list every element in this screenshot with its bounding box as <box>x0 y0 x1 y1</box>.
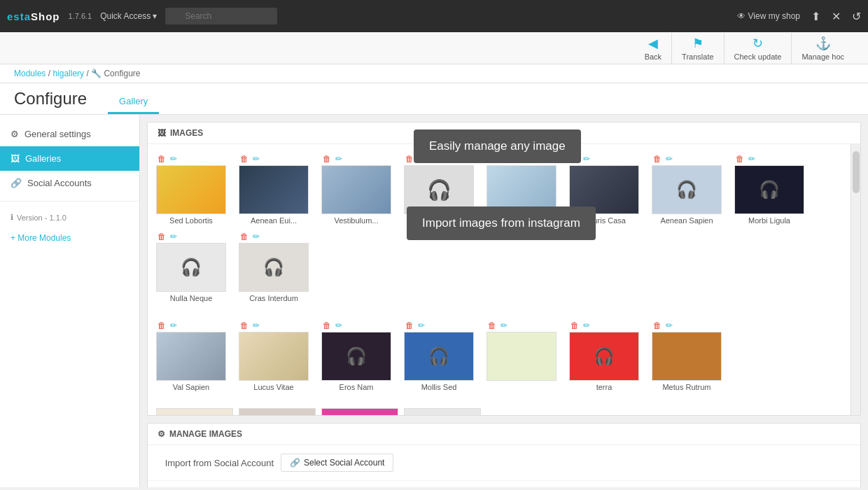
delete-icon[interactable]: 🗑 <box>653 321 662 330</box>
delete-icon[interactable]: 🗑 <box>488 154 496 164</box>
list-item: 🗑 ✏ Metus Rutrum <box>652 319 729 391</box>
select-social-account-button[interactable]: 🔗 Select Social Account <box>281 454 393 472</box>
sidebar-item-general-settings[interactable]: ⚙ General settings <box>0 122 139 146</box>
delete-icon[interactable]: 🗑 <box>405 321 414 330</box>
edit-icon[interactable]: ✏ <box>748 154 755 164</box>
image-thumbnail <box>652 332 722 381</box>
image-caption-label: Cras Interdum <box>239 294 309 302</box>
delete-icon[interactable]: 🗑 <box>323 154 331 164</box>
sidebar-item-galleries[interactable]: 🖼 Galleries <box>0 146 139 171</box>
edit-icon[interactable]: ✏ <box>583 321 590 330</box>
edit-icon[interactable]: ✏ <box>418 154 425 164</box>
page-title: Configure <box>14 89 87 114</box>
delete-icon[interactable]: 🗑 <box>158 232 166 241</box>
sidebar-divider <box>0 201 139 202</box>
list-item <box>321 408 398 415</box>
manage-images-header: ⚙ MANAGE IMAGES <box>148 424 860 445</box>
edit-icon[interactable]: ✏ <box>253 232 260 241</box>
image-caption-label: Aenean Eui... <box>239 216 309 225</box>
edit-icon[interactable]: ✏ <box>253 321 260 330</box>
delete-icon[interactable]: 🗑 <box>570 321 579 330</box>
edit-icon[interactable]: ✏ <box>666 321 673 330</box>
images-rows: 🗑 ✏ Sed Lobortis 🗑 ✏ <box>148 144 850 415</box>
image-caption-label: Lucus Vitae <box>239 383 309 391</box>
image-caption-label: Interdum T... <box>404 216 474 225</box>
view-my-shop-button[interactable]: 👁 View my shop <box>737 11 800 21</box>
info-icon: ℹ <box>10 213 13 222</box>
main-layout: ⚙ General settings 🖼 Galleries 🔗 Social … <box>0 115 868 487</box>
breadcrumb-configure: 🔧 Configure <box>91 69 140 78</box>
edit-icon[interactable]: ✏ <box>335 321 342 330</box>
search-input[interactable] <box>165 8 277 24</box>
edit-icon[interactable]: ✏ <box>583 154 590 164</box>
delete-icon[interactable]: 🗑 <box>240 321 248 330</box>
image-thumbnail: 🎧 <box>652 165 722 214</box>
quick-access-button[interactable]: Quick Access ▾ <box>100 11 157 21</box>
images-grid-row1: 🗑 ✏ Sed Lobortis 🗑 ✏ <box>148 144 850 311</box>
sidebar-item-social-accounts[interactable]: 🔗 Social Accounts <box>0 171 139 195</box>
list-item <box>156 408 233 415</box>
manage-hoc-button[interactable]: ⚓ Manage hoc <box>792 33 854 64</box>
upload-row: Upload Images 📤 Add file... <box>148 481 860 487</box>
delete-icon[interactable]: 🗑 <box>240 154 248 164</box>
images-with-scroll: 🗑 ✏ Sed Lobortis 🗑 ✏ <box>148 144 860 415</box>
delete-icon[interactable]: 🗑 <box>736 154 744 164</box>
images-grid-row2: 🗑 ✏ Val Sapien 🗑 ✏ <box>148 311 850 400</box>
delete-icon[interactable]: 🗑 <box>240 232 248 241</box>
list-item <box>239 408 316 415</box>
breadcrumb-higallery[interactable]: higallery <box>52 69 84 78</box>
image-caption-label: Morbi Ligula <box>734 216 804 225</box>
edit-icon[interactable]: ✏ <box>170 154 177 164</box>
edit-icon[interactable]: ✏ <box>418 321 425 330</box>
toolbar: ◀ Back ⚑ Translate ↻ Check update ⚓ Mana… <box>0 32 868 64</box>
scrollbar[interactable] <box>850 144 860 415</box>
edit-icon[interactable]: ✏ <box>500 154 507 164</box>
back-button[interactable]: ◀ Back <box>635 33 672 64</box>
list-item: 🗑 ✏ Lucus Vitae <box>239 319 316 391</box>
edit-icon[interactable]: ✏ <box>666 154 673 164</box>
scroll-thumb[interactable] <box>853 151 860 193</box>
edit-icon[interactable]: ✏ <box>170 321 177 330</box>
image-caption-label: Vestibulum... <box>321 216 391 225</box>
translate-button[interactable]: ⚑ Translate <box>672 33 724 64</box>
upload-icon: ⬆ <box>811 10 820 23</box>
brand-logo: estaShop <box>7 10 60 22</box>
list-item: 🗑 ✏ <box>486 319 564 391</box>
translate-icon: ⚑ <box>692 36 704 51</box>
anchor-icon: ⚓ <box>816 36 831 51</box>
social-btn-icon: 🔗 <box>290 458 300 468</box>
breadcrumb-modules[interactable]: Modules <box>14 69 46 78</box>
image-caption-label: Mollis Sed <box>404 383 474 391</box>
edit-icon[interactable]: ✏ <box>335 154 342 164</box>
edit-icon[interactable]: ✏ <box>500 321 507 330</box>
check-update-button[interactable]: ↻ Check update <box>724 33 792 64</box>
manage-images-section: ⚙ MANAGE IMAGES Import from Social Accou… <box>147 423 861 487</box>
upload-icon-button[interactable]: ⬆ <box>811 10 820 23</box>
page-header: Configure Gallery <box>0 83 868 115</box>
close-icon-button[interactable]: ✕ <box>832 10 841 23</box>
edit-icon[interactable]: ✏ <box>170 232 177 241</box>
delete-icon[interactable]: 🗑 <box>158 154 166 164</box>
image-thumbnail: 🎧 <box>156 243 226 292</box>
more-modules-button[interactable]: + More Modules <box>0 227 139 248</box>
list-item <box>404 408 481 415</box>
delete-icon[interactable]: 🗑 <box>405 154 414 164</box>
search-wrap: 🔍 <box>165 8 277 24</box>
delete-icon[interactable]: 🗑 <box>570 154 579 164</box>
content-area: 🖼 IMAGES Easily manage any image Import … <box>140 115 868 487</box>
image-thumbnail: 🎧 <box>239 243 309 292</box>
check-update-icon: ↻ <box>752 36 763 51</box>
delete-icon[interactable]: 🗑 <box>488 321 496 330</box>
image-caption-label: Sed Lobortis <box>156 216 226 225</box>
delete-icon[interactable]: 🗑 <box>323 321 331 330</box>
image-thumbnail: 🎧 <box>404 332 474 381</box>
delete-icon[interactable]: 🗑 <box>653 154 662 164</box>
delete-icon[interactable]: 🗑 <box>158 321 166 330</box>
top-navigation: estaShop 1.7.6.1 Quick Access ▾ 🔍 👁 View… <box>0 0 868 32</box>
edit-icon[interactable]: ✏ <box>253 154 260 164</box>
image-caption-label: Metus Rutrum <box>652 383 722 391</box>
tab-gallery[interactable]: Gallery <box>108 90 159 114</box>
list-item: 🗑 ✏ 🎧 Mollis Sed <box>404 319 481 391</box>
refresh-icon-button[interactable]: ↺ <box>852 10 861 23</box>
image-caption-label: Aenean Sapien <box>652 216 722 225</box>
